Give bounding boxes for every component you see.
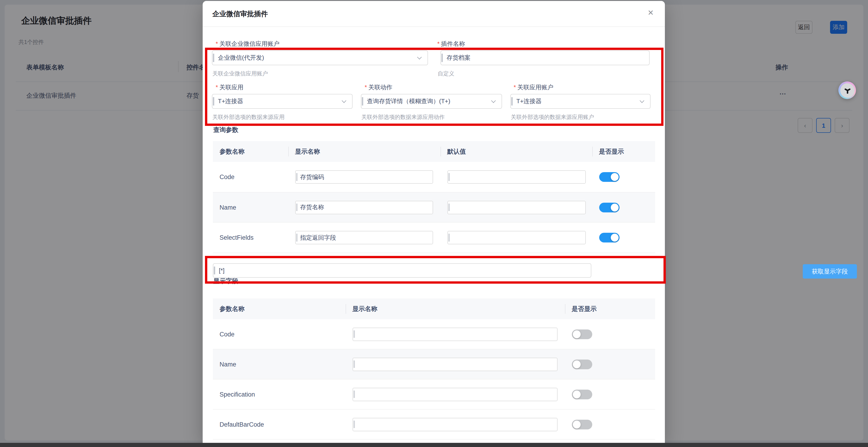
display-name-input[interactable]: 指定返回字段 xyxy=(295,231,433,244)
screen: 企业微信审批插件 共1个控件 返回 添加 表单模板名称 控件名称 操作 企业微信… xyxy=(0,0,868,447)
wecom-account-helper: 关联企业微信应用账户 xyxy=(212,70,268,78)
query-row-name: Name 存货名称 xyxy=(213,192,655,222)
chevron-down-icon xyxy=(417,55,422,59)
display-row-defaultbarcode: DefaultBarCode xyxy=(213,410,655,440)
chevron-down-icon xyxy=(640,98,644,103)
display-name-input[interactable]: 存货编码 xyxy=(295,170,433,184)
display-table-header: 参数名称 显示名称 是否显示 xyxy=(213,298,655,319)
display-name-input[interactable] xyxy=(352,388,557,401)
visible-toggle[interactable] xyxy=(572,359,592,369)
query-row-selectfields: SelectFields 指定返回字段 xyxy=(213,222,655,253)
display-name-input[interactable] xyxy=(352,357,557,371)
linked-app-label: *关联应用 xyxy=(216,83,243,92)
fetch-display-fields-button[interactable]: 获取显示字段 xyxy=(803,264,857,278)
linked-app-account-helper: 关联外部选项的数据来源应用账户 xyxy=(511,113,594,121)
visible-toggle[interactable] xyxy=(572,329,592,339)
display-fields-section-title: 显示字段 xyxy=(213,277,238,286)
default-value-input[interactable] xyxy=(447,170,586,184)
wecom-account-label: *关联企业微信应用账户 xyxy=(216,40,279,48)
query-table-header: 参数名称 显示名称 默认值 是否显示 xyxy=(213,141,655,162)
param-name: Code xyxy=(213,174,288,180)
qcol-display-name: 显示名称 xyxy=(288,141,440,162)
select-fields-input[interactable]: [*] xyxy=(213,263,591,278)
param-name: Name xyxy=(213,361,345,368)
linked-action-select[interactable]: 查询存货详情（模糊查询）(T+) xyxy=(361,94,502,109)
param-name: Code xyxy=(213,331,345,337)
linked-action-helper: 关联外部选项的数据来源应用动作 xyxy=(361,113,445,121)
display-row-code: Code xyxy=(213,319,655,349)
widget-logo-icon xyxy=(840,83,854,97)
linked-app-account-label: *关联应用账户 xyxy=(514,83,553,92)
display-row-name: Name xyxy=(213,349,655,380)
linked-app-select[interactable]: T+连接器 xyxy=(212,94,352,109)
close-icon[interactable]: ✕ xyxy=(648,9,654,17)
dcol-param-name: 参数名称 xyxy=(213,298,345,319)
qcol-default-value: 默认值 xyxy=(440,141,592,162)
param-name: Specification xyxy=(213,391,345,398)
linked-app-account-select[interactable]: T+连接器 xyxy=(510,94,651,109)
visible-toggle[interactable] xyxy=(572,419,592,429)
linked-app-helper: 关联外部选项的数据来源应用 xyxy=(212,113,284,121)
chevron-down-icon xyxy=(342,98,346,103)
linked-action-label: *关联动作 xyxy=(365,83,392,92)
display-name-input[interactable]: 存货名称 xyxy=(295,201,433,214)
visible-toggle[interactable] xyxy=(599,172,619,182)
visible-toggle[interactable] xyxy=(599,203,619,212)
display-name-input[interactable] xyxy=(352,418,557,431)
dcol-display-name: 显示名称 xyxy=(345,298,565,319)
wecom-account-select[interactable]: 企业微信(代开发) xyxy=(212,51,428,65)
floating-extension-widget[interactable] xyxy=(838,82,856,99)
query-params-section-title: 查询参数 xyxy=(213,126,238,134)
modal-title: 企业微信审批插件 xyxy=(212,10,268,19)
bottom-edge-bar xyxy=(0,443,868,447)
param-name: DefaultBarCode xyxy=(213,421,345,428)
qcol-param-name: 参数名称 xyxy=(213,141,288,162)
plugin-name-helper: 自定义 xyxy=(438,70,454,78)
default-value-input[interactable] xyxy=(447,231,586,244)
query-row-code: Code 存货编码 xyxy=(213,162,655,192)
plugin-config-modal: 企业微信审批插件 ✕ *关联企业微信应用账户 *插件名称 企业微信(代开发) 存… xyxy=(203,1,665,443)
plugin-name-label: *插件名称 xyxy=(437,40,465,48)
modal-header: 企业微信审批插件 ✕ xyxy=(203,1,665,27)
visible-toggle[interactable] xyxy=(572,389,592,399)
plugin-name-input[interactable]: 存货档案 xyxy=(440,51,650,65)
param-name: SelectFields xyxy=(213,234,288,241)
visible-toggle[interactable] xyxy=(599,233,619,242)
chevron-down-icon xyxy=(491,98,496,103)
dcol-visible: 是否显示 xyxy=(565,298,655,319)
display-name-input[interactable] xyxy=(352,327,557,341)
default-value-input[interactable] xyxy=(447,201,586,214)
display-row-specification: Specification xyxy=(213,380,655,410)
qcol-visible: 是否显示 xyxy=(592,141,655,162)
param-name: Name xyxy=(213,204,288,211)
